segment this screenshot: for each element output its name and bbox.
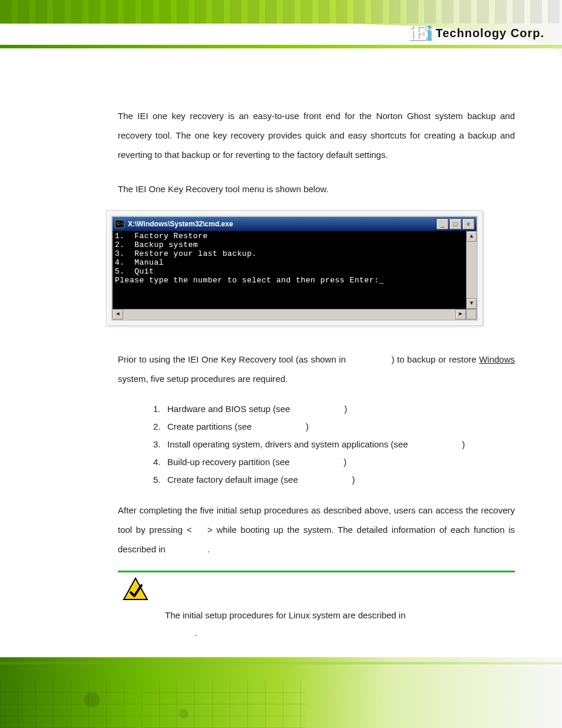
cmd-title: X:\Windows\System32\cmd.exe [128, 216, 433, 232]
maximize-button[interactable]: □ [449, 219, 461, 229]
step-number: 4. [153, 453, 167, 471]
step-number: 2. [153, 418, 167, 436]
cmd-horizontal-scrollbar[interactable]: ◄ ► [113, 309, 466, 319]
after-paragraph: After completing the five initial setup … [118, 500, 515, 559]
cmd-line: 5. Quit [115, 267, 154, 276]
step-number: 3. [153, 436, 167, 453]
step-number: 1. [153, 400, 167, 418]
cmd-vertical-scrollbar[interactable]: ▲ ▼ [466, 231, 477, 309]
cmd-body-wrap: 1. Factory Restore 2. Backup system 3. R… [113, 231, 477, 309]
step-close: ) [462, 439, 465, 449]
step-close: ) [352, 475, 355, 485]
cmd-line: Please type the number to select and the… [115, 276, 384, 285]
scroll-left-icon[interactable]: ◄ [113, 309, 123, 319]
windows-underline: Windows [479, 354, 515, 364]
prior-paragraph: Prior to using the IEI One Key Recovery … [118, 350, 515, 388]
scroll-down-icon[interactable]: ▼ [467, 298, 477, 309]
step-text: Install operating system, drivers and sy… [167, 439, 411, 449]
footer-circuit-texture [0, 681, 306, 728]
scroll-right-icon[interactable]: ► [455, 309, 466, 319]
footer-banner [0, 657, 562, 728]
header-banner: ® iEi Technology Corp. [0, 0, 562, 59]
cmd-icon: C:\ [115, 220, 124, 228]
after-end: . [207, 544, 210, 554]
step-close: ) [306, 421, 309, 431]
step-text: Hardware and BIOS setup (see [167, 404, 293, 414]
note-text: The initial setup procedures for Linux s… [165, 610, 406, 620]
scroll-up-icon[interactable]: ▲ [467, 231, 477, 242]
list-item: 4.Build-up recovery partition (see ) [153, 453, 515, 471]
step-text: Create factory default image (see [167, 475, 300, 485]
logo-block: ® iEi Technology Corp. [398, 21, 544, 45]
cmd-line: 4. Manual [115, 258, 164, 267]
setup-steps-list: 1.Hardware and BIOS setup (see ) 2.Creat… [118, 400, 515, 489]
prior-mid: ) to backup or restore [391, 354, 479, 364]
intro-paragraph: The IEI one key recovery is an easy-to-u… [118, 106, 515, 164]
cmd-window: C:\ X:\Windows\System32\cmd.exe _ □ × 1.… [111, 216, 478, 321]
list-item: 5.Create factory default image (see ) [153, 471, 515, 489]
logo-subtitle: Technology Corp. [435, 27, 544, 40]
prior-prefix: Prior to using the IEI One Key Recovery … [118, 354, 349, 364]
step-text: Build-up recovery partition (see [167, 457, 292, 467]
cmd-line: 3. Restore your last backup. [115, 249, 257, 258]
note-box: The initial setup procedures for Linux s… [118, 571, 515, 652]
list-item: 2.Create partitions (see ) [153, 418, 515, 436]
step-close: ) [343, 457, 346, 467]
step-close: ) [344, 404, 347, 414]
menu-shown-line: The IEI One Key Recovery tool menu is sh… [118, 179, 515, 199]
cmd-line: 1. Factory Restore [115, 232, 208, 241]
list-item: 1.Hardware and BIOS setup (see ) [153, 400, 515, 418]
step-number: 5. [153, 471, 167, 489]
close-button[interactable]: × [462, 219, 474, 229]
document-body: The IEI one key recovery is an easy-to-u… [0, 59, 562, 668]
minimize-button[interactable]: _ [437, 219, 448, 229]
cmd-output: 1. Factory Restore 2. Backup system 3. R… [113, 231, 466, 309]
scrollbar-corner [466, 309, 477, 319]
step-text: Create partitions (see [167, 421, 254, 431]
cmd-line: 2. Backup system [115, 241, 198, 249]
cmd-screenshot-frame: C:\ X:\Windows\System32\cmd.exe _ □ × 1.… [106, 210, 483, 326]
logo-text: iEi [408, 21, 431, 45]
note-icon [123, 577, 148, 601]
note-end: . [194, 628, 197, 638]
list-item: 3.Install operating system, drivers and … [153, 436, 515, 453]
note-text-block: The initial setup procedures for Linux s… [118, 603, 515, 645]
prior-suffix: system, five setup procedures are requir… [118, 374, 287, 384]
cmd-window-buttons: _ □ × [437, 219, 474, 229]
registered-mark: ® [398, 28, 404, 38]
note-rule-top [118, 571, 515, 572]
cmd-titlebar: C:\ X:\Windows\System32\cmd.exe _ □ × [113, 217, 477, 231]
